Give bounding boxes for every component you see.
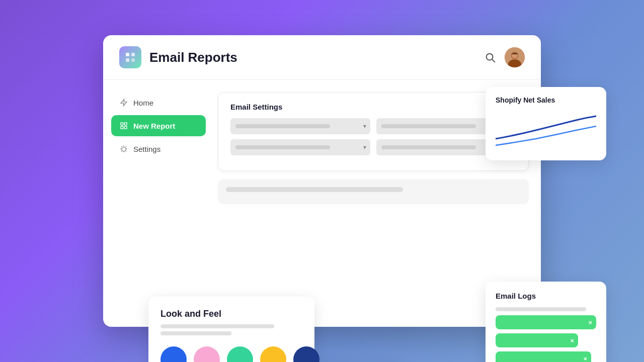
shopify-chart <box>496 111 596 151</box>
svg-rect-12 <box>124 123 127 125</box>
log-header-placeholder <box>496 307 586 311</box>
lightning-icon <box>119 98 128 107</box>
swatch-pink[interactable] <box>194 346 220 362</box>
log-bar-1-close[interactable]: × <box>588 319 592 326</box>
look-and-feel-title: Look and Feel <box>160 309 302 319</box>
sidebar-item-home[interactable]: Home <box>111 92 206 113</box>
sidebar-item-settings[interactable]: Settings <box>111 138 206 159</box>
shopify-net-sales-card: Shopify Net Sales <box>486 87 606 160</box>
swatch-navy[interactable] <box>293 346 319 362</box>
shopify-card-title: Shopify Net Sales <box>496 96 596 104</box>
email-field-3[interactable] <box>230 139 370 155</box>
log-bar-2: × <box>496 333 578 347</box>
swatch-blue[interactable] <box>160 346 187 362</box>
look-feel-desc-line1 <box>160 324 274 328</box>
svg-rect-0 <box>126 53 129 56</box>
log-bar-2-close[interactable]: × <box>570 337 574 344</box>
swatch-yellow[interactable] <box>260 346 286 362</box>
svg-rect-1 <box>131 53 135 56</box>
sidebar: Home New Report <box>103 92 214 299</box>
look-and-feel-card: Look and Feel <box>148 297 314 362</box>
sidebar-item-new-report[interactable]: New Report <box>111 115 206 136</box>
log-bar-1: × <box>496 315 596 329</box>
svg-rect-2 <box>126 58 129 62</box>
sidebar-settings-label: Settings <box>133 145 160 153</box>
look-feel-desc-line2 <box>160 331 231 335</box>
email-logs-title: Email Logs <box>496 292 596 300</box>
email-settings-title: Email Settings <box>230 103 516 111</box>
svg-rect-13 <box>121 126 123 129</box>
search-button[interactable] <box>485 52 496 63</box>
svg-marker-10 <box>121 99 127 106</box>
svg-rect-3 <box>131 58 135 62</box>
app-logo <box>119 46 141 68</box>
color-swatches <box>160 346 302 362</box>
email-field-1[interactable] <box>230 118 370 134</box>
form-row-1 <box>230 118 516 134</box>
main-card: Email Reports <box>103 35 541 327</box>
svg-line-5 <box>492 59 495 62</box>
user-avatar[interactable] <box>505 47 525 67</box>
sidebar-home-label: Home <box>133 99 153 107</box>
log-bar-3: × <box>496 351 591 362</box>
sidebar-new-report-label: New Report <box>133 122 175 130</box>
placeholder-row-1 <box>226 187 403 192</box>
email-settings-panel: Email Settings <box>218 92 529 171</box>
page-title: Email Reports <box>149 50 485 65</box>
middle-content-panel <box>218 179 529 204</box>
email-logs-card: Email Logs × × × <box>486 282 606 362</box>
main-content: Email Settings <box>214 92 541 299</box>
body-container: Home New Report <box>103 80 541 311</box>
grid-icon <box>119 121 128 130</box>
header-actions <box>485 47 525 67</box>
log-bar-3-close[interactable]: × <box>583 355 587 363</box>
form-row-2 <box>230 139 516 155</box>
svg-rect-11 <box>121 123 123 125</box>
swatch-green[interactable] <box>227 346 253 362</box>
header: Email Reports <box>103 35 541 80</box>
settings-icon <box>119 144 128 153</box>
svg-rect-14 <box>124 126 127 129</box>
